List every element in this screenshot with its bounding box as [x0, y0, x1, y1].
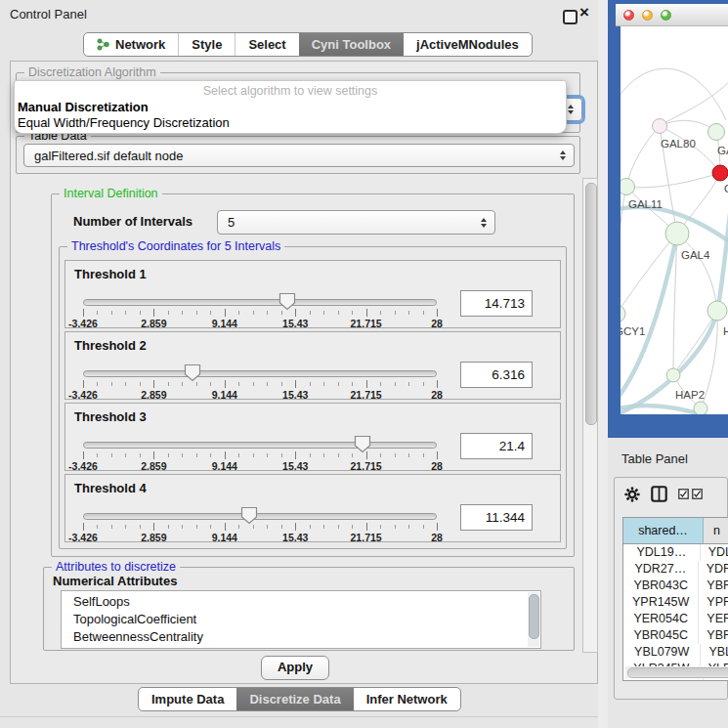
list-item-betweennesscentrality[interactable]: BetweennessCentrality — [73, 628, 540, 646]
scrollbar-thumb[interactable] — [627, 667, 728, 678]
tab-jactivemnodules[interactable]: jActiveMNodules — [404, 33, 532, 56]
table-row[interactable]: YBR043CYBR0 — [623, 578, 728, 594]
tab-label: jActiveMNodules — [416, 37, 519, 52]
tick-mark — [281, 525, 282, 529]
slider-tick-labels: -3.4262.8599.14415.4321.71528 — [83, 318, 437, 329]
network-node-gal4[interactable] — [665, 222, 689, 245]
tick-mark — [366, 380, 367, 388]
list-item-topologicalcoefficient[interactable]: TopologicalCoefficient — [73, 611, 540, 628]
tick-mark — [182, 382, 183, 386]
tick-mark — [437, 309, 438, 317]
slider-thumb[interactable] — [184, 364, 201, 382]
tick-mark — [111, 525, 112, 529]
tick-mark — [125, 453, 126, 457]
cell-shared-name: YBR045C — [623, 627, 699, 644]
checkbox-checked-icon[interactable] — [678, 489, 689, 499]
list-item-selfloops[interactable]: SelfLoops — [73, 593, 540, 611]
tick-mark — [395, 311, 396, 315]
tick-mark — [168, 311, 169, 315]
tick-mark — [267, 525, 268, 529]
tick-mark — [168, 382, 169, 386]
close-light-icon[interactable] — [623, 10, 634, 21]
tick-mark — [295, 523, 296, 531]
network-node-gcy1[interactable] — [621, 305, 625, 322]
numerical-attributes-list[interactable]: SelfLoopsTopologicalCoefficientBetweenne… — [61, 590, 541, 649]
slider-thumb[interactable] — [240, 506, 258, 525]
table-data-combo[interactable]: galFiltered.sif default node — [23, 144, 575, 167]
network-canvas[interactable]: GAL80GACGAL11GAL4GCY1HHAP2 — [621, 26, 728, 414]
scrollbar-thumb[interactable] — [585, 183, 597, 425]
table-row[interactable]: YBL079WYBL0 — [623, 644, 728, 661]
tab-impute-data[interactable]: Impute Data — [139, 688, 236, 710]
tab-discretize-data[interactable]: Discretize Data — [236, 688, 353, 710]
table-row[interactable]: YER054CYER0 — [623, 611, 728, 627]
tab-cyni-toolbox[interactable]: Cyni Toolbox — [299, 33, 404, 56]
column-header-shared[interactable]: shared… — [623, 518, 704, 543]
gear-icon[interactable] — [624, 487, 640, 502]
network-edge — [626, 173, 720, 188]
network-node-ga[interactable] — [708, 124, 725, 141]
tick-mark — [267, 311, 268, 315]
network-node-hap2[interactable] — [666, 368, 680, 382]
network-edge — [626, 126, 660, 187]
group-title: Interval Definition — [60, 187, 162, 200]
network-node-gal80[interactable] — [653, 119, 667, 134]
slider-thumb[interactable] — [354, 435, 371, 453]
network-node[interactable] — [694, 402, 707, 414]
threshold-value-input[interactable]: 21.4 — [460, 433, 533, 459]
tab-style[interactable]: Style — [178, 33, 235, 56]
number-of-intervals-combo[interactable]: 5 — [217, 210, 495, 235]
combo-arrows-icon — [568, 105, 574, 114]
tick-label: 28 — [431, 460, 443, 472]
tick-mark — [310, 382, 311, 386]
dropdown-option-equal-width-frequency[interactable]: Equal Width/Frequency Discretization — [18, 115, 230, 130]
table-horizontal-scrollbar[interactable] — [625, 666, 728, 678]
tick-mark — [310, 525, 311, 529]
tick-label: 21.715 — [351, 460, 382, 472]
threshold-slider[interactable]: -3.4262.8599.14415.4321.71528 — [83, 294, 437, 327]
network-node-gal11[interactable] — [621, 179, 635, 195]
threshold-label: Threshold 3 — [74, 409, 147, 424]
float-window-icon[interactable] — [563, 10, 578, 24]
column-layout-icon[interactable] — [651, 486, 667, 502]
tab-network[interactable]: Network — [84, 33, 178, 56]
minimize-light-icon[interactable] — [642, 10, 653, 21]
scrollbar-thumb[interactable] — [529, 594, 539, 639]
table-row[interactable]: YPR145WYPR1 — [623, 594, 728, 611]
table-row[interactable]: YDL19…YDL1 — [623, 544, 728, 561]
tab-select[interactable]: Select — [235, 33, 298, 56]
tick-mark — [253, 311, 254, 315]
network-node-label: C — [724, 183, 728, 194]
threshold-slider[interactable]: -3.4262.8599.14415.4321.71528 — [83, 365, 437, 399]
threshold-value-input[interactable]: 14.713 — [460, 290, 533, 317]
panel-vertical-scrollbar[interactable] — [582, 178, 598, 653]
network-node-h[interactable] — [707, 301, 727, 321]
network-node-c[interactable] — [712, 165, 728, 181]
column-header-name[interactable]: n — [704, 518, 728, 543]
tick-mark — [437, 380, 438, 388]
threshold-value-input[interactable]: 6.316 — [460, 362, 533, 388]
tick-mark — [182, 525, 183, 529]
slider-thumb[interactable] — [278, 292, 296, 311]
tick-mark — [380, 382, 381, 386]
apply-button[interactable]: Apply — [261, 656, 329, 680]
threshold-value-input[interactable]: 11.344 — [460, 504, 533, 531]
tick-mark — [408, 453, 409, 457]
tick-mark — [267, 382, 268, 386]
tick-mark — [253, 525, 254, 529]
threshold-panel-1: Threshold 1-3.4262.8599.14415.4321.71528… — [64, 260, 561, 328]
tab-infer-network[interactable]: Infer Network — [354, 688, 460, 710]
tick-mark — [210, 311, 211, 315]
tick-mark — [437, 523, 438, 531]
tick-label: 21.715 — [351, 389, 382, 401]
list-scrollbar[interactable] — [528, 592, 539, 647]
threshold-slider[interactable]: -3.4262.8599.14415.4321.71528 — [83, 508, 437, 541]
checkbox-checked-icon[interactable] — [692, 489, 703, 499]
table-row[interactable]: YDR27…YDR2 — [623, 561, 728, 578]
close-icon[interactable]: × — [579, 3, 589, 22]
table-row[interactable]: YBR045CYBR0 — [623, 627, 728, 644]
zoom-light-icon[interactable] — [661, 10, 671, 21]
bottom-tab-bar: Impute DataDiscretize DataInfer Network — [138, 687, 461, 711]
threshold-slider[interactable]: -3.4262.8599.14415.4321.71528 — [83, 437, 437, 470]
dropdown-option-manual-discretization[interactable]: Manual Discretization — [18, 100, 149, 114]
